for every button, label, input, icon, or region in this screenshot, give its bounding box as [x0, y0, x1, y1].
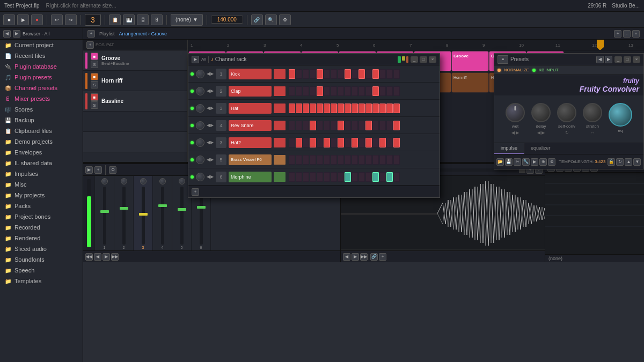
- hat-step-9[interactable]: [345, 104, 351, 113]
- clap-step-3[interactable]: [303, 86, 309, 96]
- mx-ch1-fader[interactable]: [100, 210, 109, 213]
- rev-step-10[interactable]: [352, 121, 358, 130]
- hat2-step-16[interactable]: [393, 138, 400, 147]
- mx-ch4-fader[interactable]: [158, 204, 167, 207]
- hat-step-16[interactable]: [393, 104, 400, 113]
- kick-step-7[interactable]: [331, 69, 337, 79]
- horn-solo[interactable]: S: [91, 81, 98, 88]
- clap-step-5[interactable]: [317, 86, 323, 96]
- sidebar-item-recent-files[interactable]: 📄 Recent files: [0, 50, 83, 61]
- brass-step-13[interactable]: [372, 155, 379, 165]
- hat-step-2[interactable]: [296, 104, 302, 113]
- morph-step-10[interactable]: [352, 172, 358, 182]
- mx-ch4-pan[interactable]: [159, 178, 166, 184]
- conv-open-button[interactable]: 📂: [496, 158, 504, 166]
- rev-step-7[interactable]: [331, 121, 337, 130]
- conv-copy-button[interactable]: ⊕: [539, 158, 547, 166]
- morph-step-3[interactable]: [303, 172, 309, 182]
- mx-add-button[interactable]: +: [94, 166, 102, 174]
- sidebar-item-recorded[interactable]: 📁 Recorded: [0, 222, 83, 233]
- groove-mute[interactable]: ■: [91, 53, 98, 60]
- kick-step-16[interactable]: [393, 69, 400, 79]
- sidebar-item-plugin-database[interactable]: 🔌 Plugin database: [0, 61, 83, 72]
- cr-menu-button[interactable]: ▶: [192, 56, 199, 63]
- hat2-step-2[interactable]: [296, 138, 302, 147]
- mx-settings[interactable]: ⚙: [109, 166, 116, 174]
- wf-add-button[interactable]: +: [379, 253, 386, 261]
- horn-mute[interactable]: ■: [91, 73, 98, 80]
- rev-step-2[interactable]: [296, 121, 302, 130]
- clap-step-8[interactable]: [338, 86, 344, 96]
- mixer-button[interactable]: 🎚: [151, 14, 163, 25]
- wf-back-button[interactable]: ◀: [343, 253, 350, 261]
- wet-knob[interactable]: [506, 103, 525, 122]
- conv-minimize[interactable]: _: [614, 56, 622, 63]
- groove-solo[interactable]: S: [91, 61, 98, 68]
- hat2-step-5[interactable]: [317, 138, 323, 147]
- morph-step-13[interactable]: [372, 172, 379, 182]
- rev-step-14[interactable]: [379, 121, 386, 130]
- hat2-step-6[interactable]: [324, 138, 330, 147]
- rev-step-5[interactable]: [317, 121, 323, 130]
- sidebar-item-project-bones[interactable]: 📁 Project bones: [0, 211, 83, 222]
- rev-step-9[interactable]: [345, 121, 351, 130]
- hat2-vol-knob[interactable]: [196, 138, 204, 147]
- hat2-step-13[interactable]: [372, 138, 379, 147]
- sidebar-item-mixer-presets[interactable]: 🎚 Mixer presets: [0, 93, 83, 104]
- brass-step-12[interactable]: [365, 155, 372, 165]
- brass-name-button[interactable]: Brass Vessel F6: [229, 154, 272, 165]
- kick-step-5[interactable]: [317, 69, 323, 79]
- eq-knob[interactable]: [609, 103, 632, 127]
- cr-close-button[interactable]: ×: [429, 56, 436, 63]
- brass-step-3[interactable]: [303, 155, 309, 165]
- mx-prev-btn[interactable]: ◀: [94, 253, 101, 261]
- playlist-close[interactable]: ×: [632, 30, 640, 38]
- clap-step-10[interactable]: [352, 86, 358, 96]
- hat2-step-3[interactable]: [303, 138, 309, 147]
- mx-next-btn[interactable]: ▶: [103, 253, 110, 261]
- undo-button[interactable]: ↩: [51, 14, 63, 25]
- playlist-add-button[interactable]: +: [87, 30, 95, 38]
- conv-scissors-button[interactable]: ✂: [514, 158, 521, 166]
- sidebar-item-backup[interactable]: 💾 Backup: [0, 115, 83, 125]
- sidebar-item-misc[interactable]: 📁 Misc: [0, 179, 83, 190]
- hat2-step-14[interactable]: [379, 138, 386, 147]
- rev-step-3[interactable]: [303, 121, 309, 130]
- kick-step-3[interactable]: [303, 69, 309, 79]
- snap-button[interactable]: 🔗: [251, 14, 263, 25]
- brass-step-16[interactable]: [393, 155, 400, 165]
- clap-step-1[interactable]: [289, 86, 295, 96]
- brass-step-2[interactable]: [296, 155, 302, 165]
- brass-step-11[interactable]: [358, 155, 365, 165]
- mx-next-button[interactable]: ▶▶: [111, 253, 119, 261]
- brass-step-14[interactable]: [379, 155, 386, 165]
- playlist-button[interactable]: 📋: [109, 14, 121, 25]
- morph-step-12[interactable]: [365, 172, 372, 182]
- rev-step-1[interactable]: [289, 121, 295, 130]
- sidebar-item-templates[interactable]: 📁 Templates: [0, 276, 83, 286]
- mx-ch2-pan[interactable]: [121, 178, 127, 184]
- sidebar-item-current-project[interactable]: 📁 Current project: [0, 40, 83, 50]
- brass-step-9[interactable]: [345, 155, 351, 165]
- brass-step-4[interactable]: [310, 155, 316, 165]
- kick-step-9[interactable]: [345, 69, 351, 79]
- piano-roll-button[interactable]: 🎹: [123, 14, 135, 25]
- kick-step-10[interactable]: [352, 69, 358, 79]
- tempo-display[interactable]: 140.000: [211, 16, 243, 24]
- morph-step-5[interactable]: [317, 172, 323, 182]
- kick-step-13[interactable]: [372, 69, 379, 79]
- morphine-name-button[interactable]: Morphine: [229, 172, 272, 182]
- sidebar-item-soundfonts[interactable]: 📁 Soundfonts: [0, 254, 83, 265]
- hat-step-14[interactable]: [379, 104, 386, 113]
- playlist-zoom-out[interactable]: -: [623, 30, 631, 38]
- brass-vol-knob[interactable]: [196, 156, 204, 164]
- hat-step-3[interactable]: [303, 104, 309, 113]
- clap-step-4[interactable]: [310, 86, 316, 96]
- sidebar-item-sliced-audio[interactable]: 📁 Sliced audio: [0, 243, 83, 254]
- sidebar-item-scores[interactable]: 🎼 Scores: [0, 104, 83, 115]
- kick-vol-knob[interactable]: [196, 70, 204, 78]
- redo-button[interactable]: ↪: [65, 14, 77, 25]
- conv-time-up[interactable]: ▲: [625, 158, 632, 166]
- conv-tab-equalizer[interactable]: equalizer: [524, 143, 557, 154]
- sidebar-item-clipboard-files[interactable]: 📋 Clipboard files: [0, 125, 83, 136]
